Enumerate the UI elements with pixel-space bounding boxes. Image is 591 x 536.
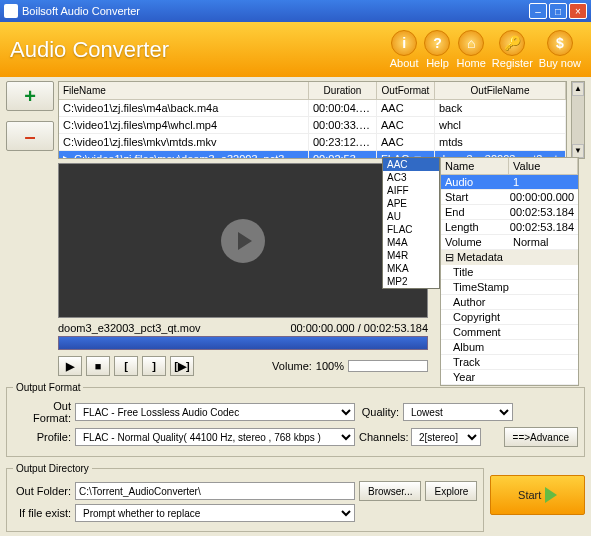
table-row[interactable]: C:\video1\zj.files\mkv\mtds.mkv00:23:12.… <box>59 134 566 151</box>
channels-select[interactable]: 2[stereo] <box>411 428 481 446</box>
prop-row[interactable]: Author <box>441 295 578 310</box>
dropdown-option[interactable]: MP2 <box>383 275 439 288</box>
out-format-label: Out Format: <box>13 400 71 424</box>
dropdown-option[interactable]: AC3 <box>383 171 439 184</box>
titlebar: Boilsoft Audio Converter – □ × <box>0 0 591 22</box>
dropdown-option[interactable]: M4R <box>383 249 439 262</box>
prop-row[interactable]: Track <box>441 355 578 370</box>
remove-button[interactable]: – <box>6 121 54 151</box>
preview-time: 00:00:00.000 / 00:02:53.184 <box>290 322 428 334</box>
header: Audio Converter iAbout?Help⌂Home🔑Registe… <box>0 22 591 77</box>
file-table: FileName Duration OutFormat OutFileName … <box>58 81 567 159</box>
next-mark-button[interactable]: [▶] <box>170 356 194 376</box>
quality-label: Quality: <box>359 406 399 418</box>
prop-row[interactable]: Start00:00:00.000 <box>441 190 578 205</box>
col-duration[interactable]: Duration <box>309 82 377 99</box>
mark-out-button[interactable]: ] <box>142 356 166 376</box>
stop-button[interactable]: ■ <box>86 356 110 376</box>
dropdown-option[interactable]: M4A <box>383 236 439 249</box>
col-filename[interactable]: FileName <box>59 82 309 99</box>
properties-panel: Name Value Audio1Start00:00:00.000End00:… <box>440 157 579 386</box>
dropdown-option[interactable]: AAC <box>383 158 439 171</box>
prop-col-value[interactable]: Value <box>509 158 578 174</box>
header-about-button[interactable]: iAbout <box>390 30 419 69</box>
dropdown-option[interactable]: AIFF <box>383 184 439 197</box>
table-row[interactable]: C:\video1\zj.files\m4a\back.m4a00:00:04.… <box>59 100 566 117</box>
quality-select[interactable]: Lowest <box>403 403 513 421</box>
play-overlay-icon[interactable] <box>221 219 265 263</box>
explore-button[interactable]: Explore <box>425 481 477 501</box>
maximize-button[interactable]: □ <box>549 3 567 19</box>
col-outformat[interactable]: OutFormat <box>377 82 435 99</box>
prop-row[interactable]: Audio1 <box>441 175 578 190</box>
header-help-button[interactable]: ?Help <box>424 30 450 69</box>
scroll-up-icon[interactable]: ▲ <box>572 82 584 96</box>
browse-button[interactable]: Browser... <box>359 481 421 501</box>
channels-label: Channels: <box>359 431 407 443</box>
header-home-button[interactable]: ⌂Home <box>456 30 485 69</box>
output-format-group: Output Format Out Format: FLAC - Free Lo… <box>6 382 585 457</box>
advance-button[interactable]: ==>Advance <box>504 427 578 447</box>
prop-row[interactable]: End00:02:53.184 <box>441 205 578 220</box>
preview-filename: doom3_e32003_pct3_qt.mov <box>58 322 201 334</box>
prop-col-name[interactable]: Name <box>441 158 509 174</box>
volume-label: Volume: <box>272 360 312 372</box>
volume-slider[interactable] <box>348 360 428 372</box>
prop-row[interactable]: Length00:02:53.184 <box>441 220 578 235</box>
profile-label: Profile: <box>13 431 71 443</box>
prop-row[interactable]: Year <box>441 370 578 385</box>
prop-row[interactable]: TimeStamp <box>441 280 578 295</box>
play-button[interactable]: ▶ <box>58 356 82 376</box>
close-button[interactable]: × <box>569 3 587 19</box>
format-dropdown-list[interactable]: AACAC3AIFFAPEAUFLACM4AM4RMKAMP2 <box>382 157 440 289</box>
out-format-select[interactable]: FLAC - Free Lossless Audio Codec <box>75 403 355 421</box>
video-preview[interactable] <box>58 163 428 318</box>
dropdown-option[interactable]: APE <box>383 197 439 210</box>
prop-category-metadata[interactable]: ⊟ Metadata <box>441 250 578 265</box>
minimize-button[interactable]: – <box>529 3 547 19</box>
output-directory-group: Output Directory Out Folder: Browser... … <box>6 463 484 532</box>
table-row[interactable]: C:\video1\zj.files\mp4\whcl.mp400:00:33.… <box>59 117 566 134</box>
prop-row[interactable]: Album <box>441 340 578 355</box>
prop-row[interactable]: Copyright <box>441 310 578 325</box>
add-button[interactable]: + <box>6 81 54 111</box>
if-exist-label: If file exist: <box>13 507 71 519</box>
out-folder-input[interactable] <box>75 482 355 500</box>
prop-row[interactable]: VolumeNormal <box>441 235 578 250</box>
app-title: Audio Converter <box>10 37 169 63</box>
out-folder-label: Out Folder: <box>13 485 71 497</box>
window-title: Boilsoft Audio Converter <box>22 5 140 17</box>
profile-select[interactable]: FLAC - Normal Quality( 44100 Hz, stereo … <box>75 428 355 446</box>
progress-slider[interactable] <box>58 336 428 350</box>
prop-row[interactable]: Comment <box>441 325 578 340</box>
mark-in-button[interactable]: [ <box>114 356 138 376</box>
app-icon <box>4 4 18 18</box>
vscrollbar[interactable]: ▲ ▼ <box>571 81 585 159</box>
dropdown-option[interactable]: FLAC <box>383 223 439 236</box>
dropdown-option[interactable]: AU <box>383 210 439 223</box>
volume-percent: 100% <box>316 360 344 372</box>
header-buy-now-button[interactable]: $Buy now <box>539 30 581 69</box>
scroll-down-icon[interactable]: ▼ <box>572 144 584 158</box>
header-register-button[interactable]: 🔑Register <box>492 30 533 69</box>
start-button[interactable]: Start <box>490 475 585 515</box>
col-outfilename[interactable]: OutFileName <box>435 82 566 99</box>
dropdown-option[interactable]: MKA <box>383 262 439 275</box>
prop-row[interactable]: Title <box>441 265 578 280</box>
if-exist-select[interactable]: Prompt whether to replace <box>75 504 355 522</box>
play-icon <box>545 487 557 503</box>
